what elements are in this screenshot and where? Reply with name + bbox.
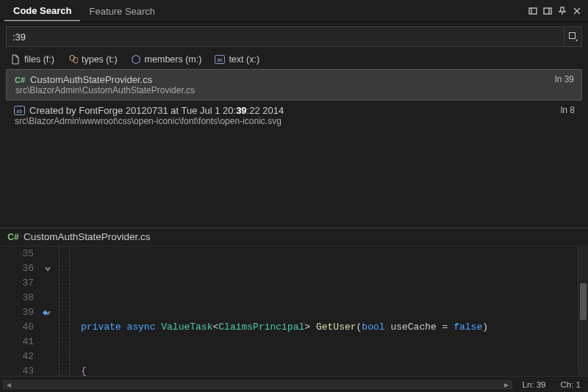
filter-bar: files (f:) types (t:) members (m:) ab te…: [0, 50, 588, 69]
svg-rect-0: [529, 8, 537, 14]
types-icon: [68, 54, 78, 65]
filter-label: members (m:): [145, 54, 202, 65]
csharp-icon: C#: [7, 232, 19, 242]
svg-marker-7: [576, 40, 578, 42]
preview-filename: CustomAuthStateProvider.cs: [24, 231, 151, 242]
results-list: C# CustomAuthStateProvider.cs src\Blazor…: [6, 69, 582, 131]
filter-label: types (t:): [82, 54, 118, 65]
result-path: src\BlazorAdmin\wwwroot\css\open-iconic\…: [13, 116, 576, 126]
search-input[interactable]: [7, 32, 564, 43]
filter-types[interactable]: types (t:): [68, 54, 118, 65]
result-title: Created by FontForge 20120731 at Tue Jul…: [29, 105, 284, 116]
scroll-right-icon[interactable]: ▸: [501, 381, 512, 388]
scroll-left-icon[interactable]: ◂: [4, 381, 14, 388]
result-path: src\BlazorAdmin\CustomAuthStateProvider.…: [14, 85, 576, 95]
code-editor[interactable]: 35 36 37 38 39 40 41 42 43 priva: [0, 247, 588, 376]
status-bar: ◂ ▸ Ln: 39 Ch: 1: [0, 376, 588, 392]
title-bar: Code Search Feature Search: [0, 0, 588, 22]
tab-feature-search[interactable]: Feature Search: [80, 1, 164, 21]
code-content[interactable]: private async ValueTask<ClaimsPrincipal>…: [78, 247, 588, 376]
svg-text:ab: ab: [218, 57, 223, 62]
result-item[interactable]: C# CustomAuthStateProvider.cs src\Blazor…: [6, 69, 582, 101]
svg-text:ab: ab: [16, 109, 22, 114]
tab-code-search[interactable]: Code Search: [4, 1, 80, 21]
result-title: CustomAuthStateProvider.cs: [30, 74, 152, 85]
filter-text[interactable]: ab text (x:): [215, 54, 259, 65]
text-match-icon: ab: [13, 106, 25, 115]
result-line-badge: ln 39: [555, 74, 574, 84]
search-options-dropdown[interactable]: [564, 27, 581, 46]
text-icon: ab: [215, 54, 225, 65]
result-line-badge: ln 8: [561, 105, 575, 115]
bookmark-glyph-icon: ◆: [43, 305, 48, 320]
indent-guides: [56, 247, 78, 376]
status-line: Ln: 39: [515, 380, 553, 389]
window-dock-left-icon[interactable]: [526, 4, 539, 18]
filter-members[interactable]: members (m:): [131, 54, 202, 65]
window-dock-right-icon[interactable]: [541, 4, 554, 18]
svg-rect-6: [569, 33, 575, 39]
filter-files[interactable]: files (f:): [10, 54, 54, 65]
close-icon[interactable]: [570, 4, 584, 18]
status-char: Ch: 1: [553, 380, 589, 389]
horizontal-scrollbar[interactable]: ◂ ▸: [3, 380, 512, 389]
search-row: [6, 26, 582, 47]
line-number-gutter: 35 36 37 38 39 40 41 42 43: [0, 247, 40, 376]
preview-pane: C# CustomAuthStateProvider.cs 35 36 37 3…: [0, 228, 588, 376]
filter-label: files (f:): [24, 54, 54, 65]
pin-icon[interactable]: [556, 4, 569, 18]
preview-header: C# CustomAuthStateProvider.cs: [0, 228, 588, 247]
minimap[interactable]: [578, 247, 588, 376]
svg-rect-2: [544, 8, 551, 14]
members-icon: [131, 54, 141, 65]
file-icon: [10, 54, 21, 65]
result-item[interactable]: ab Created by FontForge 20120731 at Tue …: [6, 101, 582, 131]
csharp-icon: C#: [14, 76, 26, 84]
minimap-thumb[interactable]: [580, 283, 587, 320]
filter-label: text (x:): [229, 54, 259, 65]
